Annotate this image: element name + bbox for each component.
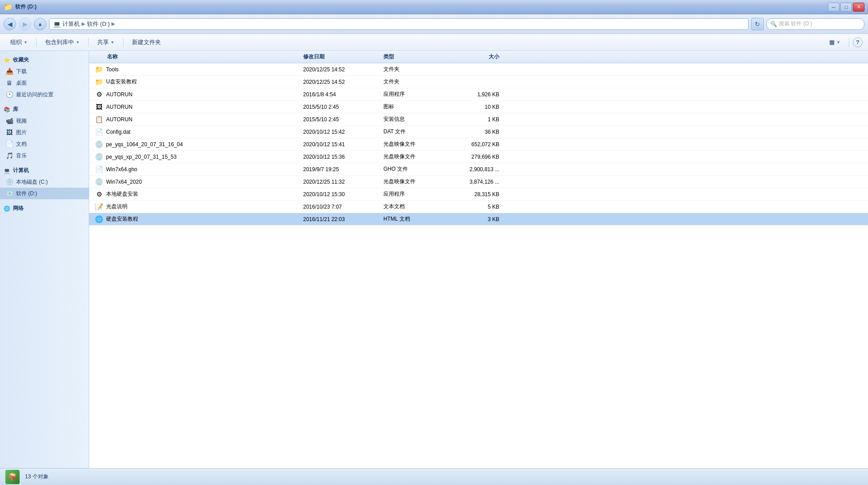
- sidebar-item-desktop[interactable]: 🖥 桌面: [0, 77, 89, 89]
- table-row[interactable]: 🖼 AUTORUN 2015/5/10 2:45 图标 10 KB: [89, 101, 868, 113]
- file-name-cell: 💿 pe_yqs_xp_20_07_31_15_53: [89, 152, 303, 161]
- view-button[interactable]: ▦ ▼: [824, 37, 845, 48]
- forward-button[interactable]: ▶: [19, 18, 31, 30]
- sidebar-item-recent[interactable]: 🕐 最近访问的位置: [0, 89, 89, 100]
- file-type-cell: 文本文档: [383, 203, 450, 210]
- organize-dropdown-icon: ▼: [24, 40, 28, 45]
- file-icon: 🌐: [95, 215, 103, 224]
- new-folder-label: 新建文件夹: [132, 38, 161, 46]
- table-row[interactable]: ⚙ 本地硬盘安装 2020/10/12 15:30 应用程序 28,315 KB: [89, 188, 868, 201]
- table-row[interactable]: 💿 pe_yqs_xp_20_07_31_15_53 2020/10/12 15…: [89, 151, 868, 163]
- file-name-cell: 📄 Win7x64.gho: [89, 165, 303, 174]
- back-button[interactable]: ◀: [4, 18, 16, 30]
- address-path[interactable]: 💻 计算机 ▶ 软件 (D:) ▶: [49, 18, 749, 30]
- documents-icon: 📄: [5, 140, 13, 148]
- file-name-label: Win7x64_2020: [106, 179, 142, 185]
- file-date-cell: 2020/10/12 15:30: [303, 191, 383, 197]
- col-header-size[interactable]: 大小: [450, 53, 508, 61]
- sidebar-header-network[interactable]: 🌐 网络: [0, 203, 89, 214]
- file-date-cell: 2020/10/12 15:41: [303, 141, 383, 148]
- table-row[interactable]: 📝 光盘说明 2016/10/23 7:07 文本文档 5 KB: [89, 201, 868, 213]
- file-date-cell: 2020/12/25 11:32: [303, 179, 383, 185]
- file-icon: 💿: [95, 177, 103, 186]
- file-name-label: Tools: [106, 66, 119, 73]
- sidebar-item-drive-d[interactable]: 💿 软件 (D:): [0, 188, 89, 199]
- sidebar-item-drive-c-label: 本地磁盘 (C:): [16, 178, 48, 186]
- file-name-label: Win7x64.gho: [106, 166, 137, 173]
- col-header-name[interactable]: 名称: [89, 53, 303, 61]
- table-row[interactable]: 📋 AUTORUN 2015/5/10 2:45 安装信息 1 KB: [89, 113, 868, 126]
- table-row[interactable]: 📁 U盘安装教程 2020/12/25 14:52 文件夹: [89, 76, 868, 88]
- help-button[interactable]: ?: [853, 37, 863, 47]
- share-button[interactable]: 共享 ▼: [92, 37, 119, 48]
- sidebar-header-favorites[interactable]: ⭐ 收藏夹: [0, 54, 89, 66]
- toolbar-divider-2: [88, 38, 89, 47]
- new-folder-button[interactable]: 新建文件夹: [127, 37, 166, 48]
- file-date-cell: 2019/9/7 19:25: [303, 166, 383, 173]
- file-name-cell: 💿 Win7x64_2020: [89, 177, 303, 186]
- table-row[interactable]: 💿 Win7x64_2020 2020/12/25 11:32 光盘映像文件 3…: [89, 176, 868, 188]
- sidebar-section-library: 📚 库 📹 视频 🖼 图片 📄 文档 🎵 音乐: [0, 104, 89, 161]
- title-bar-controls: ─ □ ✕: [828, 3, 864, 12]
- table-row[interactable]: 🌐 硬盘安装教程 2016/11/21 22:03 HTML 文档 3 KB: [89, 213, 868, 226]
- status-bar: 📦 13 个对象: [0, 468, 868, 485]
- forward-icon: ▶: [23, 21, 28, 28]
- sidebar-header-library[interactable]: 📚 库: [0, 104, 89, 115]
- sidebar-item-drive-c[interactable]: 💿 本地磁盘 (C:): [0, 176, 89, 188]
- file-size-cell: 652,072 KB: [450, 141, 508, 148]
- include-lib-button[interactable]: 包含到库中 ▼: [40, 37, 85, 48]
- minimize-button[interactable]: ─: [828, 3, 839, 12]
- file-date-cell: 2020/12/25 14:52: [303, 66, 383, 73]
- col-header-type[interactable]: 类型: [383, 53, 450, 61]
- table-row[interactable]: 📄 Config.dat 2020/10/12 15:42 DAT 文件 36 …: [89, 126, 868, 138]
- maximize-button[interactable]: □: [840, 3, 852, 12]
- organize-label: 组织: [10, 38, 22, 46]
- desktop-icon: 🖥: [5, 79, 13, 87]
- sidebar-item-download[interactable]: 📥 下载: [0, 66, 89, 77]
- file-icon: 📄: [95, 165, 103, 174]
- file-size-cell: 5 KB: [450, 204, 508, 210]
- close-button[interactable]: ✕: [853, 3, 864, 12]
- table-row[interactable]: ⚙ AUTORUN 2016/1/8 4:54 应用程序 1,926 KB: [89, 88, 868, 101]
- refresh-button[interactable]: ↻: [751, 18, 764, 30]
- file-type-cell: 光盘映像文件: [383, 178, 450, 185]
- table-row[interactable]: 📁 Tools 2020/12/25 14:52 文件夹: [89, 63, 868, 76]
- drive-c-icon: 💿: [5, 178, 13, 186]
- status-count: 13 个对象: [25, 473, 49, 481]
- path-part-2: 软件 (D:): [87, 20, 110, 28]
- sidebar-item-video[interactable]: 📹 视频: [0, 115, 89, 127]
- file-name-cell: 📝 光盘说明: [89, 202, 303, 211]
- sidebar-item-video-label: 视频: [16, 117, 27, 125]
- sidebar-item-recent-label: 最近访问的位置: [16, 91, 53, 99]
- computer-icon: 💻: [4, 168, 10, 174]
- col-header-date[interactable]: 修改日期: [303, 53, 383, 61]
- view-dropdown-icon: ▼: [836, 40, 840, 45]
- file-name-cell: 🌐 硬盘安装教程: [89, 215, 303, 224]
- sidebar-item-music[interactable]: 🎵 音乐: [0, 150, 89, 161]
- table-row[interactable]: 📄 Win7x64.gho 2019/9/7 19:25 GHO 文件 2,90…: [89, 163, 868, 176]
- file-icon: 🖼: [95, 103, 103, 111]
- search-box[interactable]: 🔍 搜索 软件 (D:): [766, 18, 864, 30]
- path-separator-2: ▶: [111, 21, 115, 27]
- file-icon: 📋: [95, 115, 103, 124]
- search-icon: 🔍: [770, 21, 777, 27]
- music-icon: 🎵: [5, 152, 13, 160]
- table-row[interactable]: 💿 pe_yqs_1064_20_07_31_16_04 2020/10/12 …: [89, 138, 868, 151]
- sidebar-header-computer[interactable]: 💻 计算机: [0, 165, 89, 176]
- up-button[interactable]: ▲: [34, 18, 46, 30]
- file-name-label: AUTORUN: [106, 116, 132, 123]
- pictures-icon: 🖼: [5, 128, 13, 136]
- file-icon: 💿: [95, 152, 103, 161]
- sidebar-item-documents-label: 文档: [16, 140, 27, 148]
- file-date-cell: 2016/10/23 7:07: [303, 204, 383, 210]
- file-date-cell: 2016/11/21 22:03: [303, 216, 383, 222]
- organize-button[interactable]: 组织 ▼: [5, 37, 33, 48]
- file-list-area[interactable]: 名称 修改日期 类型 大小 📁 Tools 2020/12/25 14:52 文…: [89, 51, 868, 468]
- file-type-cell: 应用程序: [383, 190, 450, 198]
- window-icon: 📁: [4, 3, 12, 11]
- sidebar-item-documents[interactable]: 📄 文档: [0, 138, 89, 150]
- sidebar-item-pictures[interactable]: 🖼 图片: [0, 127, 89, 138]
- up-icon: ▲: [37, 21, 43, 27]
- share-dropdown-icon: ▼: [111, 40, 115, 45]
- path-part-1: 计算机: [62, 20, 80, 28]
